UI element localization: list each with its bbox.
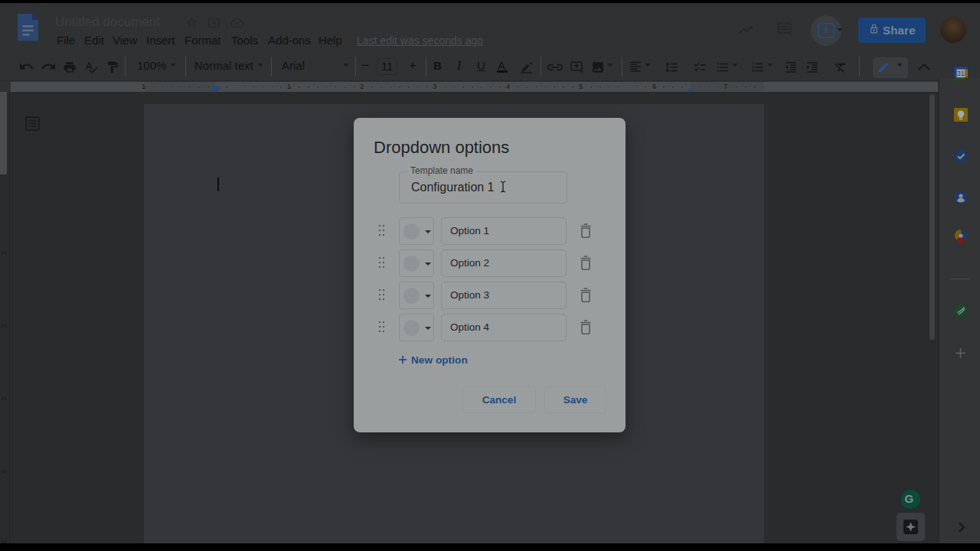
svg-text:31: 31	[957, 70, 965, 77]
